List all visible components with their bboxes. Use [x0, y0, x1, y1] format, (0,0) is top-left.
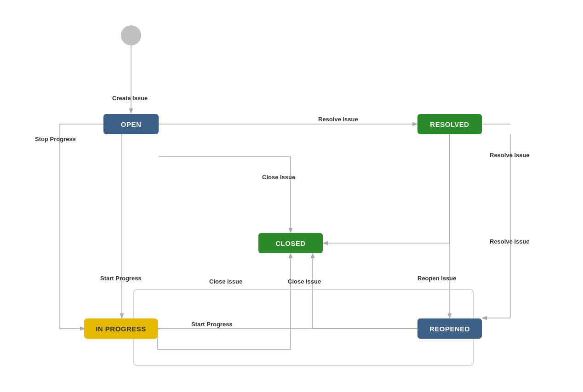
- start-node: [121, 25, 141, 45]
- label-close-issue-2: Close Issue: [209, 278, 242, 285]
- label-reopen-issue: Reopen Issue: [417, 275, 457, 282]
- label-close-issue-1: Close Issue: [262, 174, 295, 181]
- label-resolve-issue-2: Resolve Issue: [490, 152, 530, 159]
- state-reopened: REOPENED: [417, 318, 482, 339]
- state-diagram: OPEN RESOLVED CLOSED IN PROGRESS REOPENE…: [0, 0, 583, 392]
- label-stop-progress: Stop Progress: [35, 136, 76, 142]
- label-resolve-issue-1: Resolve Issue: [318, 116, 358, 123]
- label-resolve-issue-3: Resolve Issue: [490, 238, 530, 245]
- label-start-progress-1: Start Progress: [100, 275, 142, 282]
- state-resolved: RESOLVED: [417, 114, 482, 134]
- state-open: OPEN: [103, 114, 159, 134]
- label-close-issue-3: Close Issue: [288, 278, 321, 285]
- state-closed: CLOSED: [258, 233, 323, 253]
- label-start-progress-2: Start Progress: [191, 321, 233, 328]
- state-in-progress: IN PROGRESS: [84, 318, 158, 339]
- label-create-issue: Create Issue: [112, 95, 148, 102]
